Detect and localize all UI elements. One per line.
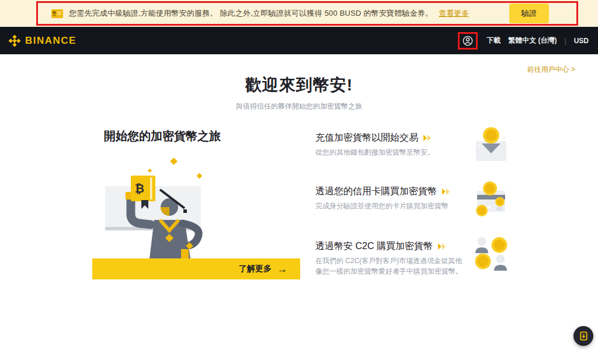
- user-account-icon[interactable]: [462, 35, 474, 47]
- learn-more-button[interactable]: 了解更多 →: [92, 258, 300, 279]
- support-chat-button[interactable]: [573, 326, 593, 346]
- chat-download-icon: [579, 331, 589, 341]
- page-subtitle: 與值得信任的夥伴開始您的加密貨幣之旅: [0, 102, 598, 111]
- see-more-link[interactable]: 查看更多: [439, 8, 469, 19]
- currency-selector[interactable]: USD: [574, 37, 589, 45]
- c2c-title-link[interactable]: 透過幣安 C2C 購買加密貨幣: [315, 240, 463, 253]
- deposit-title-link[interactable]: 充值加密貨幣以開始交易: [315, 131, 463, 144]
- language-selector[interactable]: 繁體中文 (台灣): [508, 36, 557, 46]
- top-navbar: BINANCE 下載 繁體中文 (台灣) | USD: [0, 27, 598, 54]
- binance-diamond-icon: [8, 34, 21, 47]
- page-title: 歡迎來到幣安!: [0, 54, 598, 96]
- credit-card-desc: 完成身分驗證並使用您的卡片購買加密貨幣: [315, 201, 463, 211]
- deposit-item: 充值加密貨幣以開始交易 從您的其他錢包劃撥加密貨幣至幣安。: [315, 131, 510, 164]
- credit-card-icon: [472, 179, 510, 218]
- journey-heading: 開始您的加密貨幣之旅: [104, 128, 300, 144]
- verify-button[interactable]: 驗證: [509, 4, 549, 23]
- id-card-icon: [51, 9, 63, 18]
- annotation-red-box-user: [458, 32, 478, 50]
- user-center-link[interactable]: 前往用戶中心 >: [527, 65, 575, 75]
- graduate-illustration: ₿: [92, 158, 300, 258]
- c2c-item: 透過幣安 C2C 購買加密貨幣 在我們的 C2C(客戶對客戶)市場透過現金從其他…: [315, 240, 510, 276]
- c2c-icon: [472, 234, 510, 272]
- deposit-icon: [472, 125, 510, 164]
- welcome-page: 前往用戶中心 > 歡迎來到幣安! 與值得信任的夥伴開始您的加密貨幣之旅 開始您的…: [0, 54, 598, 364]
- header-divider: |: [565, 37, 566, 45]
- banner-message: 您需先完成中級驗證,方能使用幣安的服務。 除此之外,立即驗證就可以獲得 500 …: [69, 8, 433, 19]
- svg-text:₿: ₿: [135, 181, 144, 195]
- download-link[interactable]: 下載: [486, 36, 500, 46]
- binance-logo[interactable]: BINANCE: [8, 34, 77, 47]
- c2c-desc: 在我們的 C2C(客戶對客戶)市場透過現金從其他像您一樣的加密貨幣愛好者手中購買…: [315, 256, 463, 276]
- double-arrow-icon: [438, 243, 446, 250]
- double-arrow-icon: [423, 135, 432, 141]
- double-arrow-icon: [442, 188, 450, 195]
- arrow-right-icon: →: [277, 264, 287, 274]
- credit-card-title-link[interactable]: 透過您的信用卡購買加密貨幣: [315, 185, 463, 198]
- brand-name: BINANCE: [25, 35, 77, 47]
- learn-more-label: 了解更多: [239, 264, 272, 274]
- credit-card-item: 透過您的信用卡購買加密貨幣 完成身分驗證並使用您的卡片購買加密貨幣: [315, 185, 510, 218]
- verification-banner: 您需先完成中級驗證,方能使用幣安的服務。 除此之外,立即驗證就可以獲得 500 …: [0, 0, 598, 27]
- deposit-desc: 從您的其他錢包劃撥加密貨幣至幣安。: [315, 147, 463, 158]
